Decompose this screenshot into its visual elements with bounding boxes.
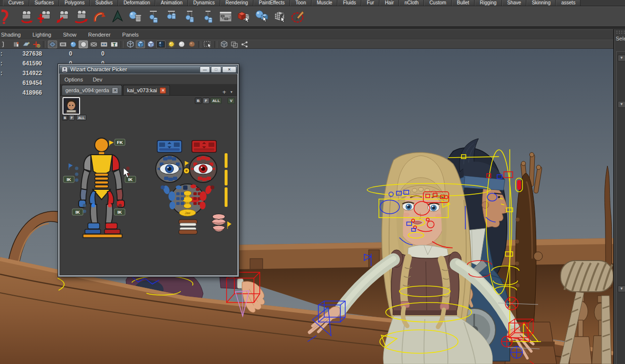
face-picker-upper-teeth[interactable] bbox=[179, 220, 197, 226]
wizart-character-picker-window[interactable]: Wizart Character Picker — □ ✕ Options De… bbox=[58, 63, 239, 277]
minimize-button[interactable]: — bbox=[200, 66, 210, 73]
safe-action-icon[interactable] bbox=[99, 40, 108, 48]
tumble-camera-icon[interactable] bbox=[19, 8, 35, 25]
view-f-button[interactable]: F bbox=[203, 98, 209, 104]
light-orb-icon[interactable] bbox=[167, 40, 176, 48]
ik-label[interactable]: IK bbox=[72, 209, 83, 215]
close-tab-icon[interactable]: ✕ bbox=[160, 87, 166, 94]
shelf-tab-deformation[interactable]: Deformation bbox=[118, 0, 155, 6]
body-picker-feet[interactable] bbox=[83, 223, 122, 238]
face-picker-right-brow[interactable] bbox=[192, 141, 216, 152]
shelf-tab-toon[interactable]: Toon bbox=[290, 0, 312, 6]
delete-history-icon[interactable] bbox=[127, 8, 144, 25]
character-thumbnail[interactable] bbox=[62, 97, 80, 115]
shelf-tab-surfaces[interactable]: Surfaces bbox=[29, 0, 59, 6]
select-cube-icon[interactable] bbox=[235, 8, 252, 25]
resolution-gate-icon[interactable] bbox=[68, 40, 78, 48]
face-picker-lips[interactable] bbox=[211, 214, 226, 232]
close-button[interactable]: ✕ bbox=[222, 66, 236, 73]
book-edge-icon[interactable] bbox=[1, 40, 10, 48]
close-tab-icon[interactable]: ✕ bbox=[112, 87, 118, 94]
shelf-tab-subdivs[interactable]: Subdivs bbox=[90, 0, 118, 6]
pendulum-icon[interactable] bbox=[145, 8, 162, 25]
panel-drag-handle[interactable] bbox=[616, 30, 625, 34]
view-b-button[interactable]: B bbox=[195, 98, 202, 104]
face-picker-lower-teeth[interactable] bbox=[179, 227, 197, 234]
shaded-icon[interactable] bbox=[136, 40, 145, 48]
field-chart-icon[interactable] bbox=[89, 40, 98, 48]
material-orb-icon[interactable] bbox=[177, 40, 186, 48]
extrude-arrow-icon[interactable] bbox=[109, 8, 125, 25]
question-mark-icon[interactable] bbox=[0, 8, 17, 25]
add-tab-button[interactable]: + bbox=[222, 89, 226, 95]
face-picker-left-brow[interactable] bbox=[157, 141, 182, 152]
redo-curve-icon[interactable] bbox=[91, 8, 107, 25]
picker-canvas[interactable]: B F ALL V B F ALL FK bbox=[60, 96, 237, 275]
shelf-tab-polygons[interactable]: Polygons bbox=[59, 0, 90, 6]
ik-label[interactable]: IK bbox=[63, 176, 74, 182]
menu-options[interactable]: Options bbox=[64, 77, 83, 82]
window-titlebar[interactable]: Wizart Character Picker — □ ✕ bbox=[59, 65, 238, 74]
shelf-tab-skinning[interactable]: Skinning bbox=[526, 0, 556, 6]
shelf-tab-shave[interactable]: Shave bbox=[502, 0, 526, 6]
body-picker[interactable]: FK bbox=[62, 132, 143, 240]
filter-b-button[interactable]: B bbox=[62, 115, 68, 121]
hypergraph-icon[interactable] bbox=[217, 8, 234, 25]
roll-camera-icon[interactable] bbox=[73, 8, 89, 25]
shelf-tab-animation[interactable]: Animation bbox=[155, 0, 188, 6]
body-picker-right-shoulder[interactable] bbox=[112, 155, 119, 171]
xray-icon[interactable] bbox=[219, 40, 229, 48]
shelf-tab-hair[interactable]: Hair bbox=[379, 0, 399, 6]
face-picker-mouth[interactable]: Jaw bbox=[161, 184, 214, 216]
menu-show[interactable]: Show bbox=[57, 32, 83, 38]
shelf-tab-custom[interactable]: Custom bbox=[424, 0, 451, 6]
face-picker[interactable]: Jaw bbox=[146, 136, 237, 236]
body-picker-belly[interactable] bbox=[95, 173, 108, 188]
face-picker-right-eye[interactable] bbox=[189, 155, 217, 182]
menu-lighting[interactable]: Lighting bbox=[26, 32, 57, 38]
maximize-button[interactable]: □ bbox=[211, 66, 221, 73]
shelf-tab-ncloth[interactable]: nCloth bbox=[399, 0, 424, 6]
chevron-down-icon[interactable]: ▼ bbox=[618, 101, 625, 108]
shelf-tab-assets[interactable]: assets bbox=[556, 0, 581, 6]
filter-all-button[interactable]: ALL bbox=[76, 115, 86, 121]
shelf-tab-fluids[interactable]: Fluids bbox=[337, 0, 361, 6]
share-icon[interactable] bbox=[240, 40, 249, 48]
paint-selection-icon[interactable] bbox=[290, 8, 306, 25]
menu-renderer[interactable]: Renderer bbox=[82, 32, 116, 38]
tab-gerda[interactable]: gerda_v094:gerda ✕ bbox=[62, 85, 122, 95]
overlap-squares-icon[interactable] bbox=[229, 40, 239, 48]
filter-f-button[interactable]: F bbox=[69, 115, 75, 121]
checker-sphere-icon[interactable] bbox=[156, 40, 166, 48]
select-sphere-icon[interactable] bbox=[253, 8, 270, 25]
shelf-tab-rigging[interactable]: Rigging bbox=[475, 0, 502, 6]
chevron-down-icon[interactable]: ▼ bbox=[618, 285, 625, 292]
body-picker-left-arm[interactable] bbox=[79, 169, 90, 207]
safe-title-icon[interactable]: T bbox=[109, 40, 119, 48]
shelf-tab-curves[interactable]: Curves bbox=[3, 0, 29, 6]
film-gate-icon[interactable] bbox=[58, 40, 67, 48]
body-picker-head[interactable] bbox=[95, 138, 108, 152]
shelf-tab-muscle[interactable]: Muscle bbox=[312, 0, 338, 6]
pendulum-chain-icon[interactable] bbox=[199, 8, 216, 25]
texture-orb-icon[interactable] bbox=[187, 40, 196, 48]
camera-attributes-icon[interactable] bbox=[21, 40, 31, 48]
shelf-tab-painteffects[interactable]: PaintEffects bbox=[253, 0, 290, 6]
grid-icon[interactable] bbox=[48, 40, 57, 48]
menu-panels[interactable]: Panels bbox=[116, 32, 145, 38]
tab-kai[interactable]: kai_v073:kai ✕ bbox=[123, 85, 170, 95]
wireframe-icon[interactable] bbox=[125, 40, 135, 48]
menu-dev[interactable]: Dev bbox=[93, 77, 103, 82]
ik-label[interactable]: IK bbox=[114, 209, 125, 215]
pendulum-pair-icon[interactable] bbox=[163, 8, 180, 25]
channel-box-edge[interactable]: Sele ▼ ▼ ▼ bbox=[613, 29, 625, 364]
view-all-button[interactable]: ALL bbox=[210, 98, 222, 104]
gate-mask-icon[interactable] bbox=[79, 40, 88, 48]
view-v-button[interactable]: V bbox=[228, 98, 235, 104]
shelf-tab-rendering[interactable]: Rendering bbox=[220, 0, 253, 6]
grease-pencil-icon[interactable] bbox=[32, 40, 41, 48]
tab-list-button[interactable]: ▾ bbox=[230, 90, 232, 94]
track-camera-icon[interactable] bbox=[37, 8, 53, 25]
textured-cube-icon[interactable] bbox=[146, 40, 155, 48]
face-picker-side-bar[interactable] bbox=[225, 153, 228, 207]
